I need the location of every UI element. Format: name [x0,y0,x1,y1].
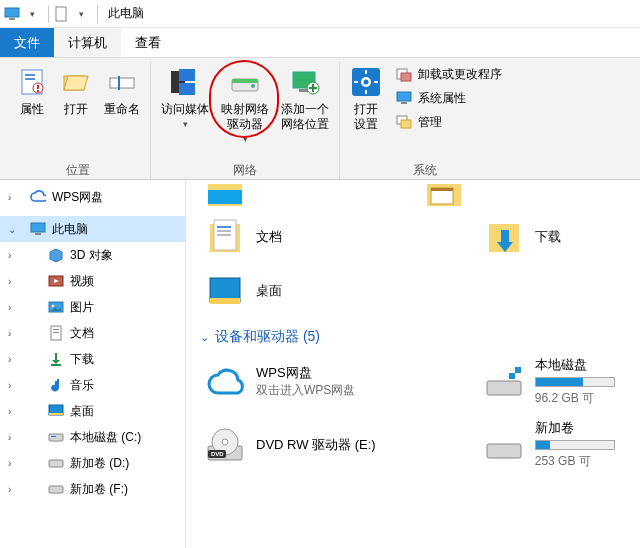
drive-icon [483,424,525,466]
nav-music[interactable]: › 音乐 [0,372,185,398]
chevron-down-icon[interactable]: ⌄ [8,224,16,235]
downloads-icon [483,216,525,258]
chevron-right-icon[interactable]: › [8,276,11,287]
document-icon [48,325,64,341]
item-sublabel: 96.2 GB 可 [535,390,615,407]
item-new-volume[interactable]: 新加卷 253 GB 可 [473,413,632,476]
nav-drive-f[interactable]: › 新加卷 (F:) [0,476,185,502]
chevron-right-icon[interactable]: › [8,380,11,391]
nav-label: 视频 [70,273,94,290]
tab-view[interactable]: 查看 [121,28,175,57]
chevron-right-icon[interactable]: › [8,432,11,443]
chevron-down-icon: ⌄ [200,331,209,344]
svg-rect-5 [25,78,35,80]
nav-label: 图片 [70,299,94,316]
settings-label-1: 打开 [354,102,378,117]
section-devices[interactable]: ⌄ 设备和驱动器 (5) [194,318,632,350]
nav-label: 3D 对象 [70,247,113,264]
nav-label: WPS网盘 [52,189,103,206]
nav-3d-objects[interactable]: › 3D 对象 [0,242,185,268]
svg-rect-67 [217,234,231,236]
item-folder-partial[interactable] [194,180,413,210]
item-dvd-drive[interactable]: DVD DVD RW 驱动器 (E:) [194,413,473,476]
svg-point-79 [222,439,228,445]
chevron-right-icon[interactable]: › [8,458,11,469]
ribbon-group-system: 打开设置 卸载或更改程序 系统属性 管理 系统 [340,62,510,179]
nav-drive-c[interactable]: › 本地磁盘 (C:) [0,424,185,450]
chevron-right-icon[interactable]: › [8,250,11,261]
chevron-right-icon[interactable]: › [8,328,11,339]
chevron-right-icon[interactable]: › [8,406,11,417]
item-folder-partial[interactable] [413,180,632,210]
svg-marker-49 [52,360,60,364]
add-network-location-button[interactable]: 添加一个网络位置 [275,62,335,134]
svg-rect-38 [35,233,41,235]
nav-pictures[interactable]: › 图片 [0,294,185,320]
uninstall-icon [396,66,412,82]
svg-rect-36 [401,120,411,128]
content-pane: 文档 下载 桌面 ⌄ 设备和驱动器 (5) [186,180,640,548]
manage-button[interactable]: 管理 [392,110,506,134]
svg-rect-32 [401,73,411,81]
nav-wps[interactable]: › WPS网盘 [0,184,185,210]
svg-rect-23 [309,87,317,89]
chevron-right-icon[interactable]: › [8,302,11,313]
properties-icon [16,66,48,98]
window-title: 此电脑 [108,5,144,22]
item-downloads[interactable]: 下载 [473,210,632,264]
svg-rect-37 [31,223,45,232]
document-icon[interactable] [53,6,69,22]
open-icon [60,66,92,98]
svg-marker-10 [64,76,88,90]
open-button[interactable]: 打开 [54,62,98,119]
svg-rect-30 [374,81,378,83]
system-properties-button[interactable]: 系统属性 [392,86,506,110]
nav-documents[interactable]: › 文档 [0,320,185,346]
svg-rect-59 [208,190,242,204]
nav-label: 桌面 [70,403,94,420]
svg-rect-4 [25,74,35,76]
title-bar: ▾ ▾ 此电脑 [0,0,640,28]
download-icon [48,351,64,367]
item-wps-drive[interactable]: WPS网盘 双击进入WPS网盘 [194,350,473,413]
nav-drive-d[interactable]: › 新加卷 (D:) [0,450,185,476]
nav-label: 音乐 [70,377,94,394]
tab-computer[interactable]: 计算机 [54,28,121,57]
item-desktop[interactable]: 桌面 [194,264,474,318]
chevron-right-icon[interactable]: › [8,192,11,203]
map-drive-label-2: 驱动器 [227,117,263,132]
svg-rect-34 [401,102,407,104]
open-settings-button[interactable]: 打开设置 [344,62,388,134]
svg-text:DVD: DVD [211,451,224,457]
svg-rect-76 [515,373,521,379]
section-label: 设备和驱动器 (5) [215,328,320,346]
tab-file[interactable]: 文件 [0,28,54,57]
svg-rect-11 [110,78,134,88]
svg-rect-66 [217,230,231,232]
rename-button[interactable]: 重命名 [98,62,146,119]
chevron-right-icon[interactable]: › [8,484,11,495]
rename-label: 重命名 [104,102,140,117]
nav-videos[interactable]: › 视频 [0,268,185,294]
nav-label: 此电脑 [52,221,88,238]
media-icon [169,66,201,98]
chevron-right-icon[interactable]: › [8,354,11,365]
video-icon [48,273,64,289]
svg-rect-62 [431,188,453,191]
properties-button[interactable]: 属性 [10,62,54,119]
manage-icon [396,114,412,130]
cloud-icon [204,361,246,403]
access-media-button[interactable]: 访问媒体 [155,62,215,132]
nav-downloads[interactable]: › 下载 [0,346,185,372]
map-network-drive-button[interactable]: 映射网络驱动器 [215,62,275,147]
group-label-network: 网络 [233,161,257,179]
nav-thispc[interactable]: ⌄ 此电脑 [0,216,185,242]
uninstall-button[interactable]: 卸载或更改程序 [392,62,506,86]
item-documents[interactable]: 文档 [194,210,473,264]
dropdown-icon[interactable]: ▾ [24,6,40,22]
monitor-icon [396,90,412,106]
item-local-disk[interactable]: 本地磁盘 96.2 GB 可 [473,350,632,413]
dropdown-icon[interactable]: ▾ [73,6,89,22]
svg-rect-14 [179,69,195,81]
nav-desktop[interactable]: › 桌面 [0,398,185,424]
